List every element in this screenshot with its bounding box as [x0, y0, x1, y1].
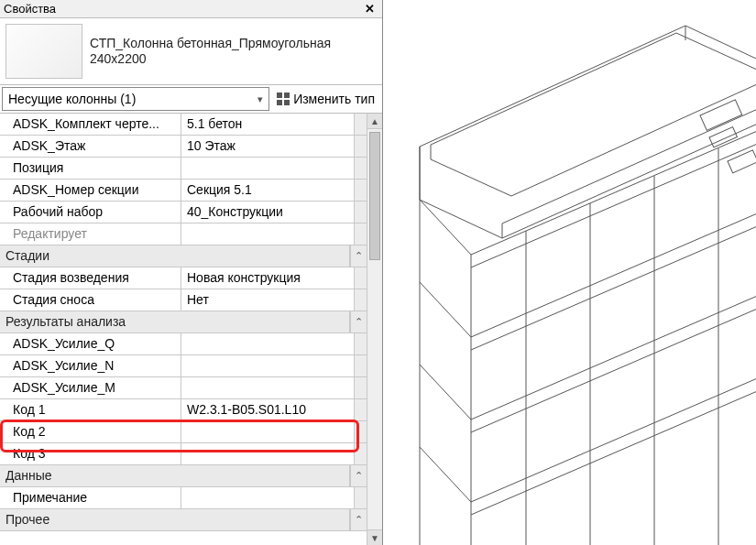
property-label: Стадия возведения	[0, 267, 181, 289]
edit-type-button[interactable]: Изменить тип	[271, 87, 380, 111]
group-title: Прочее	[0, 509, 350, 530]
row-nub	[354, 355, 367, 376]
filter-row: Несущие колонны (1) ▾ Изменить тип	[0, 85, 382, 114]
property-value[interactable]	[181, 377, 354, 398]
category-filter-dropdown[interactable]: Несущие колонны (1) ▾	[2, 87, 269, 111]
property-label: Рабочий набор	[0, 202, 181, 223]
group-title: Данные	[0, 465, 350, 486]
close-icon[interactable]: ✕	[361, 2, 378, 16]
property-label: ADSK_Номер секции	[0, 180, 181, 201]
property-label: ADSK_Этаж	[0, 136, 181, 157]
row-nub	[354, 114, 367, 135]
row-nub	[354, 333, 367, 354]
property-label: Код 1	[0, 399, 181, 420]
row-nub	[354, 421, 367, 442]
property-label: Редактирует	[0, 223, 181, 245]
type-name: СТП_Колонна бетонная_Прямоугольная	[90, 36, 377, 52]
property-value[interactable]: 5.1 бетон	[181, 114, 354, 135]
group-header[interactable]: Прочее⌃	[0, 509, 367, 531]
property-row[interactable]: Код 1W2.3.1-B05.S01.L10	[0, 399, 367, 421]
property-label: Позиция	[0, 158, 181, 179]
group-header[interactable]: Стадии⌃	[0, 245, 367, 267]
property-value[interactable]: 40_Конструкции	[181, 202, 354, 223]
row-nub	[354, 136, 367, 157]
property-value[interactable]	[181, 443, 354, 464]
property-value[interactable]	[181, 355, 354, 376]
property-label: Код 3	[0, 443, 181, 464]
property-row[interactable]: Позиция	[0, 158, 367, 180]
row-nub	[354, 202, 367, 223]
scroll-thumb[interactable]	[369, 132, 380, 260]
property-value[interactable]: Новая конструкция	[181, 267, 354, 289]
property-row[interactable]: ADSK_Номер секцииСекция 5.1	[0, 180, 367, 202]
svg-rect-2	[728, 150, 756, 173]
property-value[interactable]	[181, 158, 354, 179]
property-row[interactable]: Код 2	[0, 421, 367, 443]
row-nub	[354, 158, 367, 179]
row-nub	[354, 289, 367, 311]
type-size: 240x2200	[90, 51, 377, 68]
property-value[interactable]: 10 Этаж	[181, 136, 354, 157]
property-row[interactable]: Стадия возведенияНовая конструкция	[0, 267, 367, 289]
property-row[interactable]: Рабочий набор40_Конструкции	[0, 202, 367, 223]
property-value[interactable]	[181, 487, 354, 508]
row-nub	[354, 180, 367, 201]
properties-panel: Свойства ✕ СТП_Колонна бетонная_Прямоуго…	[0, 0, 383, 545]
collapse-icon[interactable]: ⌃	[350, 245, 367, 267]
property-row[interactable]: ADSK_Усилие_Q	[0, 333, 367, 355]
group-title: Стадии	[0, 245, 350, 267]
row-nub	[354, 377, 367, 398]
panel-title-text: Свойства	[4, 2, 56, 16]
property-row[interactable]: ADSK_Усилие_N	[0, 355, 367, 377]
type-thumbnail	[5, 24, 82, 79]
chevron-down-icon: ▾	[257, 93, 263, 105]
collapse-icon[interactable]: ⌃	[350, 465, 367, 486]
property-value[interactable]: W2.3.1-B05.S01.L10	[181, 399, 354, 420]
collapse-icon[interactable]: ⌃	[350, 311, 367, 332]
group-header[interactable]: Результаты анализа⌃	[0, 311, 367, 333]
property-label: ADSK_Комплект черте...	[0, 114, 181, 135]
model-drawing	[383, 0, 756, 545]
row-nub	[354, 267, 367, 289]
properties-grid[interactable]: ADSK_Комплект черте...5.1 бетонADSK_Этаж…	[0, 114, 367, 545]
row-nub	[354, 223, 367, 245]
property-row[interactable]: Код 3	[0, 443, 367, 465]
property-row[interactable]: Редактирует	[0, 223, 367, 245]
row-nub	[354, 399, 367, 420]
scroll-up-arrow-icon[interactable]: ▲	[367, 114, 382, 129]
property-row[interactable]: ADSK_Этаж10 Этаж	[0, 136, 367, 158]
property-row[interactable]: Примечание	[0, 487, 367, 509]
property-label: Стадия сноса	[0, 289, 181, 311]
properties-grid-wrap: ADSK_Комплект черте...5.1 бетонADSK_Этаж…	[0, 114, 382, 545]
row-nub	[354, 443, 367, 464]
property-label: ADSK_Усилие_N	[0, 355, 181, 376]
filter-label: Несущие колонны (1)	[8, 92, 136, 106]
type-selector[interactable]: СТП_Колонна бетонная_Прямоугольная 240x2…	[0, 18, 382, 85]
scroll-down-arrow-icon[interactable]: ▼	[367, 529, 382, 545]
model-viewport[interactable]	[383, 0, 756, 545]
type-label: СТП_Колонна бетонная_Прямоугольная 240x2…	[90, 36, 377, 68]
property-value[interactable]: Нет	[181, 289, 354, 311]
property-row[interactable]: Стадия сносаНет	[0, 289, 367, 311]
property-label: ADSK_Усилие_M	[0, 377, 181, 398]
panel-titlebar: Свойства ✕	[0, 0, 382, 18]
collapse-icon[interactable]: ⌃	[350, 509, 367, 530]
property-label: ADSK_Усилие_Q	[0, 333, 181, 354]
group-title: Результаты анализа	[0, 311, 350, 332]
svg-rect-1	[709, 127, 737, 147]
property-value[interactable]: Секция 5.1	[181, 180, 354, 201]
property-label: Код 2	[0, 421, 181, 442]
property-label: Примечание	[0, 487, 181, 508]
property-value[interactable]	[181, 223, 354, 245]
vertical-scrollbar[interactable]: ▲ ▼	[367, 114, 382, 545]
group-header[interactable]: Данные⌃	[0, 465, 367, 487]
row-nub	[354, 487, 367, 508]
property-value[interactable]	[181, 421, 354, 442]
property-row[interactable]: ADSK_Комплект черте...5.1 бетон	[0, 114, 367, 136]
edit-type-label: Изменить тип	[293, 92, 375, 106]
edit-type-icon	[277, 93, 290, 105]
property-row[interactable]: ADSK_Усилие_M	[0, 377, 367, 399]
property-value[interactable]	[181, 333, 354, 354]
